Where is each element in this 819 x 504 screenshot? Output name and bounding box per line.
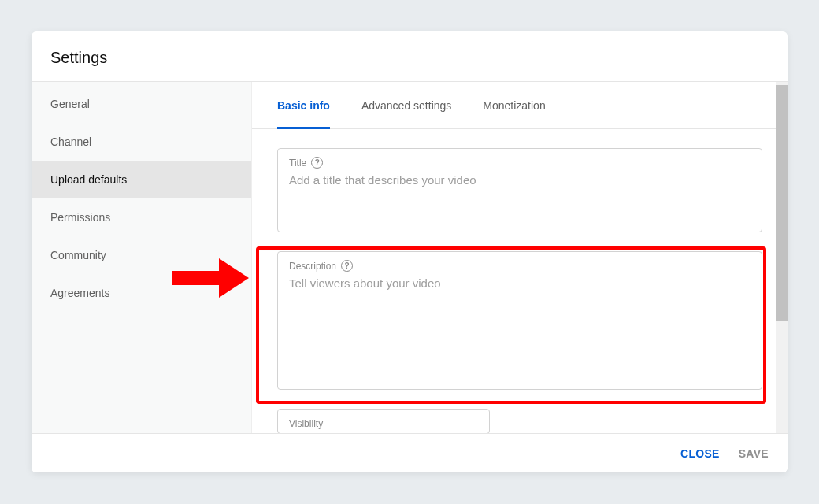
tab-bar: Basic info Advanced settings Monetizatio…: [252, 82, 788, 129]
sidebar-item-agreements[interactable]: Agreements: [32, 274, 251, 312]
sidebar-item-upload-defaults[interactable]: Upload defaults: [32, 161, 251, 198]
main-panel: Basic info Advanced settings Monetizatio…: [252, 82, 788, 433]
tab-label: Basic info: [277, 99, 330, 112]
sidebar-item-community[interactable]: Community: [32, 236, 251, 274]
sidebar-item-label: Channel: [50, 135, 91, 148]
modal-title: Settings: [50, 49, 769, 67]
title-input[interactable]: [289, 173, 750, 219]
title-field[interactable]: Title ?: [277, 148, 762, 232]
field-label-row: Title ?: [289, 157, 750, 169]
field-label-row: Description ?: [289, 260, 750, 272]
modal-body: General Channel Upload defaults Permissi…: [32, 82, 788, 433]
close-button[interactable]: CLOSE: [680, 447, 720, 460]
sidebar-item-permissions[interactable]: Permissions: [32, 198, 251, 236]
sidebar-item-label: Community: [50, 249, 106, 261]
scroll-area: Basic info Advanced settings Monetizatio…: [252, 82, 788, 433]
sidebar-item-label: Upload defaults: [50, 173, 127, 186]
modal-header: Settings: [32, 32, 788, 82]
description-label: Description: [289, 261, 336, 272]
scrollbar-thumb[interactable]: [776, 85, 788, 321]
description-input[interactable]: [289, 276, 750, 379]
visibility-field[interactable]: Visibility: [277, 409, 490, 433]
sidebar-item-general[interactable]: General: [32, 85, 251, 123]
help-icon[interactable]: ?: [341, 260, 353, 272]
tab-label: Monetization: [483, 99, 545, 112]
visibility-label: Visibility: [289, 418, 323, 429]
tab-basic-info[interactable]: Basic info: [277, 82, 330, 129]
save-button[interactable]: SAVE: [739, 447, 769, 460]
description-field[interactable]: Description ?: [277, 251, 762, 390]
sidebar-item-label: Agreements: [50, 287, 109, 299]
tab-advanced-settings[interactable]: Advanced settings: [361, 82, 451, 129]
title-label: Title: [289, 158, 306, 169]
sidebar-item-label: Permissions: [50, 211, 110, 224]
modal-footer: CLOSE SAVE: [32, 433, 788, 472]
tab-label: Advanced settings: [361, 99, 451, 112]
sidebar-item-label: General: [50, 98, 90, 110]
tab-monetization[interactable]: Monetization: [483, 82, 545, 129]
settings-modal: Settings General Channel Upload defaults…: [32, 32, 788, 472]
help-icon[interactable]: ?: [311, 157, 323, 169]
content-area: Title ? Description ? Visibility: [252, 129, 788, 433]
settings-sidebar: General Channel Upload defaults Permissi…: [32, 82, 252, 433]
sidebar-item-channel[interactable]: Channel: [32, 123, 251, 161]
